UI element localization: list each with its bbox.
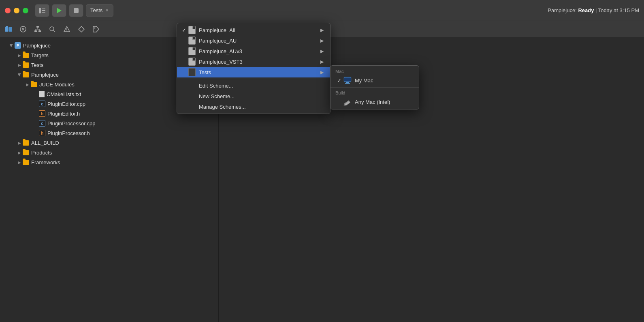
sidebar-label: PluginEditor.cpp — [47, 101, 85, 107]
hierarchy-icon[interactable] — [33, 25, 42, 34]
submenu-arrow-icon: ▶ — [320, 70, 324, 75]
scheme-label: Tests — [199, 69, 320, 75]
scheme-label: Pamplejuce_All — [199, 27, 320, 33]
destination-label: Any Mac (Intel) — [355, 99, 390, 105]
svg-rect-30 — [344, 77, 351, 82]
folder-icon — [23, 160, 29, 165]
sidebar-label: PluginEditor.h — [47, 111, 80, 117]
svg-rect-2 — [42, 10, 45, 11]
mac-section-label: Mac — [331, 67, 419, 75]
submenu-arrow-icon: ▶ — [320, 59, 324, 64]
scheme-pamplejuce-all[interactable]: ✓ Pamplejuce_All ▶ — [177, 25, 330, 35]
diamond-icon[interactable] — [77, 25, 86, 34]
sidebar-label: Targets — [31, 52, 49, 58]
stop-button[interactable] — [69, 4, 83, 17]
status-project: Pamplejuce: — [548, 7, 578, 13]
scheme-label: Pamplejuce_AU — [199, 38, 320, 44]
folder-icon — [23, 150, 29, 155]
svg-rect-5 — [74, 8, 79, 13]
svg-rect-28 — [346, 82, 349, 83]
new-scheme-item[interactable]: New Scheme... — [177, 91, 330, 101]
hammer-icon — [343, 98, 352, 105]
arrow-icon: ▶ — [9, 42, 14, 49]
sidebar-label: Pamplejuce — [23, 43, 51, 49]
file-doc-icon — [39, 91, 45, 97]
folder-icon — [23, 62, 29, 68]
folder-icon — [31, 82, 37, 87]
scheme-file-icon — [188, 37, 196, 44]
spacer-icon — [188, 82, 196, 89]
svg-rect-12 — [36, 26, 39, 28]
spacer-icon — [188, 93, 196, 99]
sidebar-label: Pamplejuce — [31, 72, 59, 78]
sidebar-label: CMakeLists.txt — [47, 91, 81, 97]
scheme-pamplejuce-auv3[interactable]: Pamplejuce_AUv3 ▶ — [177, 46, 330, 56]
scheme-label: Pamplejuce_VST3 — [199, 59, 320, 65]
sidebar-label: PluginProcessor.h — [47, 130, 90, 136]
spacer-icon — [188, 103, 196, 110]
folder-structure-icon[interactable] — [4, 25, 13, 34]
svg-line-20 — [53, 30, 55, 32]
svg-marker-4 — [57, 8, 62, 13]
check-icon: ✓ — [335, 77, 343, 84]
sidebar-item-plugin-processor-cpp[interactable]: ▶ c PluginProcessor.cpp — [0, 118, 218, 128]
edit-scheme-item[interactable]: Edit Scheme... — [177, 80, 330, 91]
arrow-icon: ▶ — [17, 71, 22, 78]
h-icon: h — [39, 130, 45, 136]
cpp-icon: c — [39, 120, 45, 127]
svg-marker-25 — [93, 26, 99, 32]
folder-icon — [23, 53, 29, 58]
action-label: New Scheme... — [199, 93, 324, 99]
arrow-icon: ▶ — [16, 141, 23, 145]
svg-point-23 — [66, 30, 67, 31]
submenu-arrow-icon: ▶ — [320, 28, 324, 33]
scheme-file-icon — [188, 48, 196, 54]
scheme-file-icon — [188, 27, 196, 33]
folder-icon — [23, 140, 29, 146]
svg-rect-29 — [345, 83, 350, 84]
destination-label: My Mac — [355, 77, 373, 84]
scheme-selector[interactable]: Tests ▼ — [86, 4, 113, 17]
titlebar: Tests ▼ Pamplejuce: Ready | Today at 3:1… — [0, 0, 644, 21]
svg-rect-3 — [42, 12, 45, 13]
destination-my-mac[interactable]: ✓ My Mac — [331, 75, 419, 86]
search-icon[interactable] — [48, 25, 57, 34]
warning-icon[interactable] — [62, 25, 71, 34]
svg-rect-7 — [6, 26, 8, 28]
destination-submenu: Mac ✓ My Mac Build — [330, 65, 419, 109]
sidebar-item-plugin-processor-h[interactable]: ▶ h PluginProcessor.h — [0, 128, 218, 138]
svg-rect-0 — [39, 8, 41, 13]
action-label: Manage Schemes... — [199, 104, 324, 110]
minimize-button[interactable] — [14, 8, 19, 13]
run-button[interactable] — [52, 4, 66, 17]
close-button[interactable] — [5, 8, 11, 13]
tag-icon[interactable] — [92, 25, 100, 34]
sidebar-item-frameworks[interactable]: ▶ Frameworks — [0, 157, 218, 167]
h-icon: h — [39, 110, 45, 117]
sidebar-item-all-build[interactable]: ▶ ALL_BUILD — [0, 138, 218, 148]
submenu-separator — [331, 87, 419, 88]
arrow-icon: ▶ — [16, 150, 23, 155]
svg-point-19 — [50, 27, 54, 31]
destination-any-mac-intel[interactable]: Any Mac (Intel) — [331, 96, 419, 107]
sidebar-toggle-button[interactable] — [35, 4, 49, 17]
fullscreen-button[interactable] — [23, 8, 28, 13]
svg-rect-14 — [38, 30, 41, 32]
arrow-icon: ▶ — [16, 63, 23, 67]
sidebar-label: Frameworks — [31, 159, 60, 165]
status-time: | Today at 3:15 PM — [594, 7, 639, 13]
status-area: Pamplejuce: Ready | Today at 3:15 PM — [548, 7, 639, 13]
sidebar-item-products[interactable]: ▶ Products — [0, 148, 218, 157]
scheme-pamplejuce-vst3[interactable]: Pamplejuce_VST3 ▶ — [177, 56, 330, 67]
svg-point-26 — [94, 27, 96, 28]
scheme-pamplejuce-au[interactable]: Pamplejuce_AU ▶ — [177, 35, 330, 46]
build-section-label: Build — [331, 89, 419, 96]
scheme-tests[interactable]: Tests ▶ Mac ✓ My Mac Build — [177, 67, 330, 77]
sidebar-label: Products — [31, 150, 52, 156]
arrow-icon: ▶ — [16, 53, 23, 58]
scheme-selector-arrow: ▼ — [105, 8, 109, 13]
folder-icon — [23, 72, 29, 77]
manage-schemes-item[interactable]: Manage Schemes... — [177, 101, 330, 112]
x-icon[interactable] — [19, 25, 28, 34]
check-icon: ✓ — [180, 27, 188, 33]
